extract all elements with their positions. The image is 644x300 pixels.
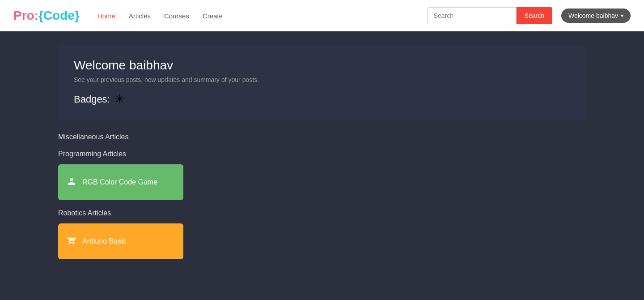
person-icon	[67, 177, 76, 188]
card-rgb-label: RGB Color Code Game	[82, 178, 157, 186]
search-input[interactable]	[427, 7, 517, 24]
search-area: Search	[427, 7, 552, 24]
nav-home[interactable]: Home	[97, 12, 115, 20]
section-title-robotics: Robotics Articles	[58, 209, 586, 217]
badge-star-icon: ✳	[114, 92, 124, 106]
cart-icon	[67, 236, 76, 247]
welcome-title: Welcome baibhav	[74, 58, 570, 73]
section-title-misc: Miscellaneous Articles	[58, 133, 586, 141]
search-button[interactable]: Search	[517, 7, 552, 24]
section-miscellaneous: Miscellaneous Articles	[58, 133, 586, 141]
welcome-subtitle: See your previous posts, new updates and…	[74, 76, 570, 83]
card-rgb-game[interactable]: RGB Color Code Game	[58, 164, 183, 200]
brand-pro: Pro:	[13, 9, 38, 22]
section-programming: Programming Articles RGB Color Code Game	[58, 150, 586, 200]
section-robotics: Robotics Articles Ardiuno Basic	[58, 209, 586, 259]
card-arduino[interactable]: Ardiuno Basic	[58, 223, 183, 259]
brand-code: {Code}	[38, 9, 80, 22]
footer: ProCode Official © Made with ♥ by Procod…	[0, 286, 644, 300]
navbar: Pro:{Code} Home Articles Courses Create …	[0, 0, 644, 31]
nav-links: Home Articles Courses Create	[97, 12, 427, 20]
badges-row: Badges: ✳	[74, 92, 570, 106]
nav-courses[interactable]: Courses	[164, 12, 189, 20]
nav-articles[interactable]: Articles	[129, 12, 151, 20]
card-arduino-label: Ardiuno Basic	[82, 237, 127, 245]
welcome-banner: Welcome baibhav See your previous posts,…	[58, 45, 586, 120]
nav-create[interactable]: Create	[203, 12, 223, 20]
user-menu-button[interactable]: Welcome baibhav	[561, 9, 631, 23]
brand-logo[interactable]: Pro:{Code}	[13, 9, 80, 23]
main-content: Welcome baibhav See your previous posts,…	[49, 45, 595, 259]
section-title-programming: Programming Articles	[58, 150, 586, 158]
badges-label: Badges:	[74, 94, 110, 105]
